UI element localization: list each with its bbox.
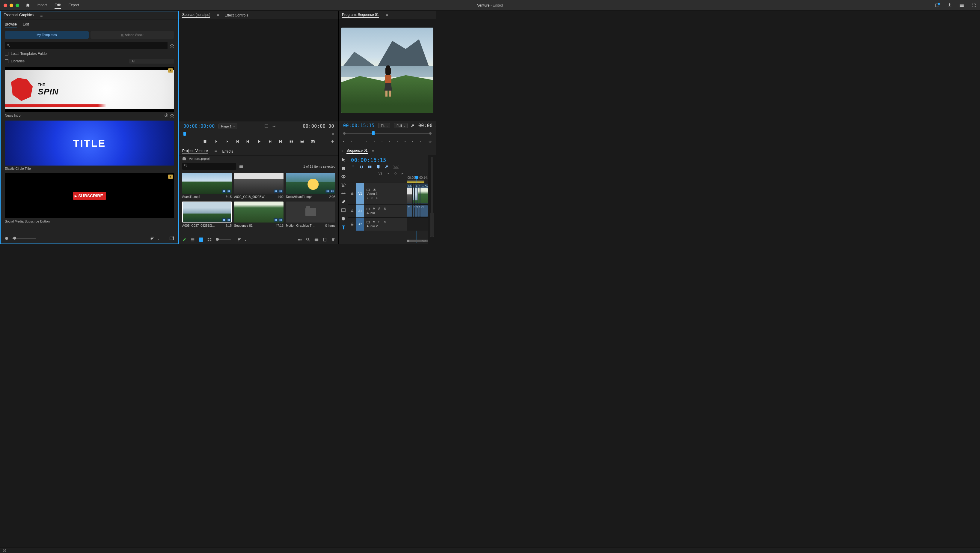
- menu-export[interactable]: Export: [68, 2, 79, 9]
- project-clip[interactable]: ▮▮▮▮A005_C037_0925SG…5:15: [182, 202, 232, 227]
- go-to-in-icon[interactable]: [235, 139, 239, 143]
- write-mode-icon[interactable]: [182, 237, 186, 242]
- eg-browse-tab[interactable]: Browse: [5, 22, 17, 28]
- settings-wrench-icon[interactable]: [410, 124, 415, 128]
- automate-to-sequence-icon[interactable]: [298, 237, 302, 242]
- timeline-tracks[interactable]: V1 Video 1 ◂◇▸ ▢ A002_C018_0922…▢ ▢ ▢ A0…: [348, 183, 428, 238]
- razor-tool-icon[interactable]: [341, 183, 346, 187]
- effects-tab[interactable]: Effects: [223, 149, 233, 153]
- collapse-prev-icon[interactable]: ◂: [388, 171, 389, 175]
- project-clip[interactable]: ▮▮▮▮StarsTL.mp46:15: [182, 173, 232, 199]
- v1-target[interactable]: V1: [356, 183, 364, 204]
- eg-search-input[interactable]: [5, 42, 167, 49]
- source-panel-menu-icon[interactable]: ≡: [217, 13, 219, 18]
- export-frame-icon[interactable]: [420, 139, 421, 143]
- essential-graphics-tab[interactable]: Essential Graphics: [3, 13, 33, 18]
- close-sequence-icon[interactable]: ×: [341, 149, 344, 153]
- type-tool-icon[interactable]: [341, 225, 346, 229]
- adobe-stock-pill[interactable]: ◧ Adobe Stock: [91, 31, 174, 39]
- slip-tool-icon[interactable]: [341, 191, 346, 196]
- mark-in-icon[interactable]: [214, 139, 218, 143]
- extract-icon[interactable]: [412, 139, 413, 143]
- template-elastic-circle-title[interactable]: TITLE Elastic Circle Title: [5, 121, 174, 171]
- source-tab[interactable]: Source: (no clips): [182, 13, 210, 18]
- rectangle-tool-icon[interactable]: [341, 208, 346, 213]
- libraries-checkbox[interactable]: [5, 59, 8, 63]
- program-resolution-dropdown[interactable]: Full: [394, 123, 407, 128]
- project-bins[interactable]: ▮▮▮▮StarsTL.mp46:15▮▮▮▮A002_C018_0922BW……: [179, 171, 338, 235]
- template-news-intro[interactable]: THE SPIN T News Intro: [5, 67, 174, 118]
- timeline-audio-clip[interactable]: ▢: [414, 205, 418, 217]
- insert-sequence-icon[interactable]: [351, 165, 355, 169]
- a2-target[interactable]: A2: [356, 218, 364, 231]
- source-page-dropdown[interactable]: Page 1: [218, 124, 237, 129]
- sequence-tab[interactable]: Sequence 01: [347, 148, 368, 154]
- source-timecode-in[interactable]: 00:00:00:00: [183, 124, 215, 129]
- share-icon[interactable]: [947, 3, 953, 8]
- mark-out-icon[interactable]: [224, 139, 229, 143]
- project-clip[interactable]: ▮▮▮▮Sequence 0147:13: [234, 202, 283, 227]
- timeline-panel-menu-icon[interactable]: ≡: [372, 149, 374, 153]
- mark-in-icon[interactable]: [351, 139, 352, 143]
- toggle-track-output-icon[interactable]: [373, 188, 376, 191]
- selection-tool-icon[interactable]: [341, 158, 346, 162]
- sync-lock-icon[interactable]: [366, 207, 370, 210]
- timeline-timecode[interactable]: 00:00:15:15: [351, 157, 386, 163]
- a1-target[interactable]: A1: [356, 204, 364, 217]
- lock-icon[interactable]: [351, 209, 354, 213]
- project-clip[interactable]: Motion Graphics T…0 items: [286, 202, 336, 227]
- favorites-star-icon[interactable]: [170, 43, 174, 48]
- install-mogrt-icon[interactable]: [169, 236, 174, 241]
- sort-direction-icon[interactable]: ⌄: [244, 237, 247, 242]
- maximize-window[interactable]: [16, 3, 19, 7]
- template-subscribe-button[interactable]: SUBSCRIBE T Social Media Subscribe Butto…: [5, 173, 174, 223]
- track-select-tool-icon[interactable]: [341, 166, 346, 171]
- step-forward-icon[interactable]: [267, 139, 272, 143]
- go-to-in-icon[interactable]: [366, 139, 368, 143]
- lock-icon[interactable]: [351, 192, 354, 195]
- step-back-icon[interactable]: [246, 139, 250, 143]
- timeline-video-clip[interactable]: ▢ A005_C03: [418, 183, 420, 204]
- delete-icon[interactable]: [331, 237, 336, 242]
- program-button-editor-icon[interactable]: +: [428, 138, 431, 145]
- source-display-settings-icon[interactable]: [265, 124, 268, 128]
- sync-lock-icon[interactable]: [366, 220, 370, 224]
- project-search-input[interactable]: [182, 163, 236, 170]
- audio-meter[interactable]: [428, 155, 436, 244]
- export-frame-icon[interactable]: [311, 139, 315, 143]
- timeline-video-clip[interactable]: ▢ A005_C029_0925TO: [420, 183, 428, 204]
- sort-icon[interactable]: [237, 237, 242, 242]
- timeline-video-clip[interactable]: ▢: [413, 183, 414, 204]
- source-ripple-icon[interactable]: ⇥: [272, 124, 275, 128]
- quick-export-icon[interactable]: [935, 3, 940, 8]
- icon-view-icon[interactable]: [199, 237, 203, 242]
- minimize-window[interactable]: [10, 3, 13, 7]
- mark-out-icon[interactable]: [358, 139, 360, 143]
- keyframe-icon[interactable]: ◇: [394, 171, 397, 175]
- fullscreen-icon[interactable]: [971, 3, 977, 8]
- thumb-size-slider[interactable]: [12, 238, 36, 239]
- pen-tool-icon[interactable]: [341, 199, 346, 204]
- templates-list[interactable]: THE SPIN T News Intro: [1, 64, 178, 244]
- go-to-out-icon[interactable]: [278, 139, 283, 143]
- program-zoom-dropdown[interactable]: Fit: [378, 123, 390, 128]
- timeline-audio-clip[interactable]: ▢: [418, 205, 420, 217]
- new-item-icon[interactable]: [323, 237, 327, 242]
- add-marker-icon[interactable]: [376, 165, 380, 169]
- caption-track-icon[interactable]: CC: [393, 165, 399, 169]
- new-search-bin-icon[interactable]: [239, 165, 243, 168]
- effect-controls-tab[interactable]: Effect Controls: [225, 13, 248, 18]
- local-templates-checkbox[interactable]: [5, 52, 8, 56]
- project-tab[interactable]: Project: Venture: [182, 149, 208, 154]
- project-thumb-slider[interactable]: [216, 239, 231, 240]
- voice-over-icon[interactable]: [383, 220, 387, 224]
- add-marker-icon[interactable]: [343, 139, 344, 143]
- project-clip[interactable]: ▮▮▮▮DockAtitlanTL.mp42:03: [286, 173, 336, 199]
- sort-direction-icon[interactable]: ⌄: [157, 236, 160, 241]
- find-icon[interactable]: [306, 237, 310, 242]
- menu-import[interactable]: Import: [37, 2, 47, 9]
- program-monitor[interactable]: [339, 19, 436, 121]
- source-scrubber[interactable]: [183, 132, 334, 137]
- eg-edit-tab[interactable]: Edit: [23, 22, 29, 28]
- freeform-view-icon[interactable]: [207, 237, 212, 242]
